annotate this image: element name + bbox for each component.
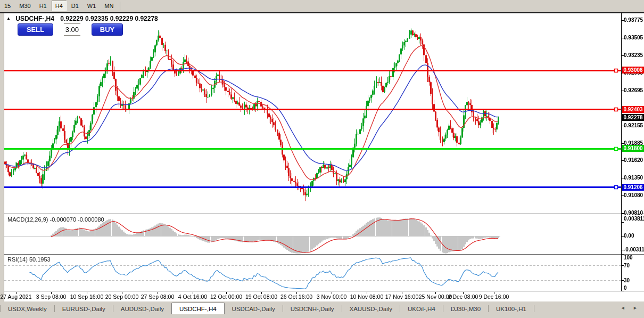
- tab-scroll-right-icon[interactable]: ►: [633, 305, 641, 311]
- rsi-indicator-label: RSI(14) 50.1953: [7, 256, 51, 263]
- time-axis-label: 27 Aug 2021: [1, 293, 32, 300]
- price-badge: 0.92278: [622, 114, 644, 121]
- price-axis-tick: 0.90810: [624, 210, 643, 216]
- price-badge: 0.91206: [622, 184, 644, 191]
- time-axis-label: 17 Nov 16:00: [385, 293, 418, 300]
- time-axis-label: 27 Sep 08:00: [141, 293, 174, 300]
- time-axis-label: 3 Sep 08:00: [36, 293, 67, 300]
- price-axis-tick: 0.92695: [624, 87, 643, 93]
- chart-tab-dj30[interactable]: DJ30-,M30: [443, 303, 488, 314]
- timeframe-button-m30[interactable]: M30: [15, 1, 34, 11]
- price-badge: 0.92403: [622, 106, 644, 113]
- sell-button[interactable]: SELL: [18, 23, 53, 36]
- chart-tab-usdx[interactable]: USDX,Weekly: [1, 303, 54, 314]
- price-axis-tick: 0.91080: [624, 192, 643, 198]
- time-axis-label: 19 Oct 08:00: [245, 293, 277, 300]
- chart-tab-audusd[interactable]: AUDUSD-,Daily: [113, 303, 171, 314]
- chart-symbol-label: USDCHF-,H4: [15, 15, 54, 22]
- price-axis-tick: 0.93235: [624, 52, 643, 58]
- volume-input[interactable]: [64, 23, 80, 36]
- time-axis-label: 20 Sep 00:00: [105, 293, 138, 300]
- time-axis-label: 10 Nov 08:00: [350, 293, 383, 300]
- price-axis-tick: 0.92155: [624, 123, 643, 128]
- chart-tab-usdcnh[interactable]: USDCNH-,Daily: [283, 303, 342, 314]
- time-axis-label: 3 Nov 00:00: [317, 293, 347, 300]
- rsi-axis-tick: 30: [624, 278, 630, 283]
- time-axis-label: 4 Oct 16:00: [178, 293, 207, 300]
- price-axis-tick: 0.91350: [624, 175, 643, 181]
- timeframe-toolbar: 15M30H1H4D1W1MN: [0, 0, 644, 12]
- chart-tabbar: USDX,WeeklyEURUSD-,DailyAUDUSD-,DailyUSD…: [0, 303, 644, 314]
- tab-separator: [534, 305, 534, 312]
- price-axis-tick: 0.93505: [624, 35, 643, 40]
- chart-tab-eurusd[interactable]: EURUSD-,Daily: [55, 303, 113, 314]
- collapse-panel-icon[interactable]: ▲: [6, 16, 11, 21]
- time-axis-label: 12 Oct 00:00: [210, 293, 242, 300]
- time-axis-label: 9 Dec 16:00: [479, 293, 509, 300]
- price-badge: 0.93006: [622, 67, 644, 74]
- chart-canvas[interactable]: [0, 0, 644, 318]
- timeframe-button-mn[interactable]: MN: [101, 1, 117, 11]
- chart-title: ▲ USDCHF-,H4 0.92229 0.92335 0.92229 0.9…: [6, 15, 158, 22]
- time-axis-label: 10 Sep 16:00: [70, 293, 103, 300]
- time-axis-label: 25 Nov 00:00: [419, 293, 452, 300]
- macd-axis-tick: 0.00: [624, 233, 634, 239]
- timeframe-button-h4[interactable]: H4: [52, 1, 67, 11]
- timeframe-button-w1[interactable]: W1: [84, 1, 100, 11]
- chart-tab-xauusd[interactable]: XAUUSD-,Daily: [342, 303, 400, 314]
- price-badge: 0.91800: [622, 145, 644, 152]
- rsi-axis-tick: 0: [624, 285, 627, 291]
- timeframe-button-d1[interactable]: D1: [68, 1, 82, 11]
- chart-tab-ukoil[interactable]: UKOil-,H4: [400, 303, 443, 314]
- price-axis-tick: 0.91620: [624, 157, 643, 163]
- chart-tab-uk100[interactable]: UK100-,H1: [489, 303, 534, 314]
- time-axis-label: 26 Oct 16:00: [280, 293, 312, 300]
- rsi-axis-tick: 70: [624, 263, 630, 268]
- rsi-axis-tick: 100: [624, 255, 633, 260]
- timeframe-button-h1[interactable]: H1: [36, 1, 51, 11]
- mt4-terminal: 15M30H1H4D1W1MN ▲ USDCHF-,H4 0.92229 0.9…: [0, 0, 644, 318]
- price-axis-tick: 0.93775: [624, 17, 643, 23]
- tab-scroll-left-icon[interactable]: ◄: [621, 305, 629, 311]
- toolbar-separator: [120, 2, 120, 10]
- macd-axis-tick: 0.003811: [624, 216, 644, 222]
- buy-button[interactable]: BUY: [92, 23, 123, 36]
- chart-tab-usdcad[interactable]: USDCAD-,Daily: [225, 303, 283, 314]
- timeframe-button-15[interactable]: 15: [1, 1, 14, 11]
- macd-axis-tick: -0.003115: [624, 247, 644, 252]
- macd-indicator-label: MACD(12,26,9) -0.000070 -0.000080: [7, 216, 104, 223]
- chart-tab-usdchf[interactable]: USDCHF-,H4: [171, 303, 225, 314]
- chart-ohlc-values: 0.92229 0.92335 0.92229 0.92278: [60, 15, 158, 22]
- tab-scroll-arrows[interactable]: ◄ ►: [621, 305, 641, 311]
- time-axis-label: 2 Dec 08:00: [448, 293, 478, 300]
